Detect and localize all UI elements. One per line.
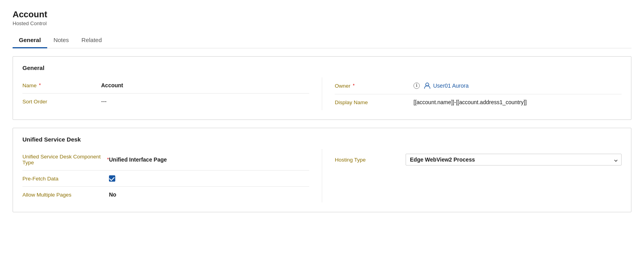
display-name-value[interactable]: [[account.name]]-[[account.address1_coun… <box>413 99 622 105</box>
sort-order-label: Sort Order <box>22 99 101 105</box>
content-area: General Name * Account Sor <box>13 48 631 212</box>
allow-multiple-field-row: Allow Multiple Pages No <box>22 187 309 202</box>
usd-left-col: Unified Service Desk Component Type * Un… <box>22 149 322 202</box>
general-right-col: Owner * ℹ User01 Aurora <box>322 77 622 110</box>
name-label: Name * <box>22 83 101 88</box>
hosting-type-label: Hosting Type <box>335 157 406 163</box>
usd-section-title: Unified Service Desk <box>22 136 622 143</box>
tab-related[interactable]: Related <box>75 33 108 48</box>
prefetch-field-row: Pre-Fetch Data <box>22 171 309 187</box>
page-subtitle: Hosted Control <box>13 20 631 26</box>
user-icon <box>424 82 431 89</box>
allow-multiple-label: Allow Multiple Pages <box>22 192 109 198</box>
tab-bar: General Notes Related <box>13 33 631 48</box>
name-value[interactable]: Account <box>101 82 309 88</box>
hosting-type-select[interactable]: Edge WebView2 Process ⌵ <box>406 154 622 166</box>
hosting-type-field-row: Hosting Type Edge WebView2 Process ⌵ <box>335 149 622 170</box>
owner-info-icon: ℹ <box>413 83 420 89</box>
name-field-row: Name * Account <box>22 77 309 94</box>
allow-multiple-value[interactable]: No <box>109 191 309 198</box>
prefetch-value[interactable] <box>109 175 309 182</box>
usd-section-card: Unified Service Desk Unified Service Des… <box>13 128 631 212</box>
general-left-col: Name * Account Sort Order --- <box>22 77 322 110</box>
owner-field-row: Owner * ℹ User01 Aurora <box>335 77 622 94</box>
owner-label: Owner * <box>335 83 413 89</box>
usd-fields-layout: Unified Service Desk Component Type * Un… <box>22 149 622 202</box>
display-name-field-row: Display Name [[account.name]]-[[account.… <box>335 94 622 110</box>
page-wrapper: Account Hosted Control General Notes Rel… <box>0 0 644 222</box>
prefetch-label: Pre-Fetch Data <box>22 176 109 182</box>
hosting-type-dropdown-arrow: ⌵ <box>614 156 617 163</box>
general-fields-layout: Name * Account Sort Order --- <box>22 77 622 110</box>
general-section-card: General Name * Account Sor <box>13 56 631 120</box>
tab-notes[interactable]: Notes <box>47 33 75 48</box>
display-name-label: Display Name <box>335 99 413 105</box>
general-section-title: General <box>22 64 622 71</box>
sort-order-value[interactable]: --- <box>101 98 309 105</box>
hosting-type-value[interactable]: Edge WebView2 Process ⌵ <box>406 154 622 166</box>
tab-general[interactable]: General <box>13 33 47 48</box>
sort-order-field-row: Sort Order --- <box>22 94 309 109</box>
page-header: Account Hosted Control <box>13 9 631 26</box>
owner-required-star: * <box>353 83 355 88</box>
owner-value[interactable]: ℹ User01 Aurora <box>413 82 622 89</box>
usd-right-col: Hosting Type Edge WebView2 Process ⌵ <box>322 149 622 202</box>
component-type-label: Unified Service Desk Component Type * <box>22 154 109 166</box>
component-type-value[interactable]: Unified Interface Page <box>109 156 309 163</box>
page-title: Account <box>13 9 631 20</box>
component-type-field-row: Unified Service Desk Component Type * Un… <box>22 149 309 171</box>
name-required-star: * <box>39 83 41 88</box>
prefetch-checkbox[interactable] <box>109 175 115 182</box>
